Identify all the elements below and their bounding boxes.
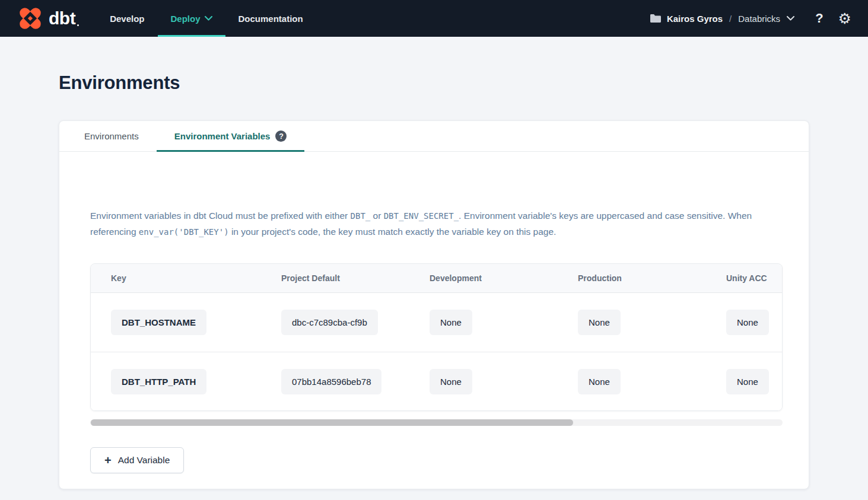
project-default-cell[interactable]: dbc-c7c89cba-cf9b xyxy=(281,310,378,335)
tab-environment-variables[interactable]: Environment Variables ? xyxy=(157,121,305,151)
tab-bar: Environments Environment Variables ? xyxy=(59,121,809,152)
dbt-logo-icon xyxy=(17,5,44,32)
description-text: Environment variables in dbt Cloud must … xyxy=(90,208,781,240)
project-default-cell[interactable]: 07bb14a8596beb78 xyxy=(281,369,381,394)
table-row: DBT_HOSTNAME dbc-c7c89cba-cf9b None None… xyxy=(91,293,783,352)
primary-nav: Develop Deploy Documentation xyxy=(97,0,316,37)
dbt-wordmark: dbt xyxy=(49,9,75,27)
horizontal-scrollbar-thumb[interactable] xyxy=(91,419,573,426)
page-content: Environments Environments Environment Va… xyxy=(0,72,868,489)
question-circle-icon[interactable]: ? xyxy=(275,130,287,142)
code-dbt-env-secret-prefix: DBT_ENV_SECRET_ xyxy=(384,211,459,221)
table-row: DBT_HTTP_PATH 07bb14a8596beb78 None None… xyxy=(91,352,783,410)
plus-icon: + xyxy=(104,454,112,466)
column-header-key: Key xyxy=(111,273,126,283)
code-dbt-prefix: DBT_ xyxy=(351,211,371,221)
top-nav: dbt Develop Deploy Documentation Kairos … xyxy=(0,0,868,37)
nav-right-cluster: Kairos Gyros / Databricks ? ⚙ xyxy=(650,0,851,37)
nav-item-deploy[interactable]: Deploy xyxy=(158,0,225,37)
tab-environments[interactable]: Environments xyxy=(66,121,157,151)
development-value-cell[interactable]: None xyxy=(430,369,472,394)
column-header-project-default: Project Default xyxy=(281,273,340,283)
dbt-logo[interactable]: dbt xyxy=(17,0,75,37)
column-header-production: Production xyxy=(578,273,622,283)
unity-acc-value-cell[interactable]: None xyxy=(726,310,769,335)
production-value-cell[interactable]: None xyxy=(578,310,621,335)
table-header-row: Key Project Default Development Producti… xyxy=(91,264,783,293)
production-value-cell[interactable]: None xyxy=(578,369,621,394)
add-variable-label: Add Variable xyxy=(118,455,170,466)
account-chevron-down-icon[interactable] xyxy=(787,16,794,21)
variable-key-cell[interactable]: DBT_HOSTNAME xyxy=(111,310,206,335)
variable-key-cell[interactable]: DBT_HTTP_PATH xyxy=(111,369,206,394)
horizontal-scrollbar-track[interactable] xyxy=(90,419,783,426)
unity-acc-value-cell[interactable]: None xyxy=(726,369,769,394)
help-icon[interactable]: ? xyxy=(815,11,823,26)
add-variable-button[interactable]: + Add Variable xyxy=(90,447,184,473)
column-header-unity-acc: Unity ACC xyxy=(726,273,767,283)
environment-name[interactable]: Databricks xyxy=(738,14,780,24)
nav-item-documentation[interactable]: Documentation xyxy=(225,0,316,37)
nav-item-develop[interactable]: Develop xyxy=(97,0,157,37)
column-header-development: Development xyxy=(430,273,482,283)
variables-table: Key Project Default Development Producti… xyxy=(90,263,783,411)
gear-icon[interactable]: ⚙ xyxy=(838,11,851,26)
card-body: Environment variables in dbt Cloud must … xyxy=(59,208,809,473)
folder-icon xyxy=(650,14,662,23)
variables-table-inner: Key Project Default Development Producti… xyxy=(91,264,783,410)
environments-card: Environments Environment Variables ? Env… xyxy=(59,120,809,489)
breadcrumb-separator: / xyxy=(728,14,733,24)
page-title: Environments xyxy=(59,72,809,94)
code-env-var-example: env_var('DBT_KEY') xyxy=(139,227,229,237)
development-value-cell[interactable]: None xyxy=(430,310,472,335)
chevron-down-icon xyxy=(205,16,212,21)
project-name[interactable]: Kairos Gyros xyxy=(667,14,723,24)
